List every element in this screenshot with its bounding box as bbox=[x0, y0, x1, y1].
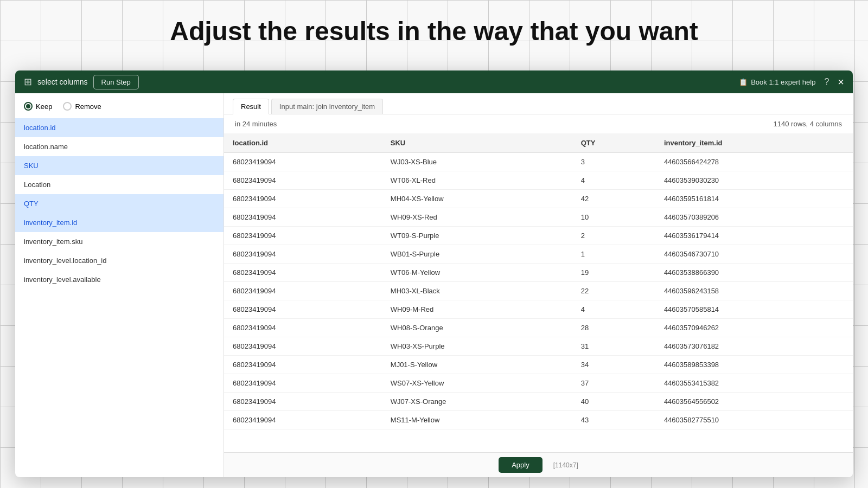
right-panel: ResultInput main: join inventory_item in… bbox=[224, 93, 853, 477]
table-cell-r10-c2: 31 bbox=[572, 337, 655, 356]
table-cell-r10-c0: 68023419094 bbox=[224, 337, 382, 356]
table-cell-r14-c3: 44603582775510 bbox=[655, 411, 853, 429]
table-cell-r13-c1: WJ07-XS-Orange bbox=[382, 393, 572, 411]
modal: ⊞ select columns Run Step 📋 Book 1:1 exp… bbox=[15, 70, 853, 477]
table-cell-r13-c3: 44603564556502 bbox=[655, 393, 853, 411]
table-row: 68023419094WH03-XS-Purple314460357307618… bbox=[224, 337, 853, 356]
table-row: 68023419094WJ07-XS-Orange404460356455650… bbox=[224, 393, 853, 411]
table-cell-r8-c3: 44603570585814 bbox=[655, 300, 853, 319]
table-cell-r7-c3: 44603596243158 bbox=[655, 282, 853, 300]
table-cell-r0-c0: 68023419094 bbox=[224, 153, 382, 171]
table-cell-r9-c0: 68023419094 bbox=[224, 319, 382, 337]
column-item-inventory_item-sku[interactable]: inventory_item.sku bbox=[15, 232, 224, 251]
table-cell-r11-c2: 34 bbox=[572, 356, 655, 374]
table-cell-r7-c0: 68023419094 bbox=[224, 282, 382, 300]
table-row: 68023419094WS07-XS-Yellow374460355341538… bbox=[224, 374, 853, 393]
table-cell-r1-c3: 44603539030230 bbox=[655, 171, 853, 190]
table-row: 68023419094WT09-S-Purple244603536179414 bbox=[224, 227, 853, 245]
table-cell-r9-c1: WH08-S-Orange bbox=[382, 319, 572, 337]
column-item-QTY[interactable]: QTY bbox=[15, 194, 224, 213]
table-cell-r6-c0: 68023419094 bbox=[224, 264, 382, 282]
tab-result[interactable]: Result bbox=[233, 99, 269, 114]
table-cell-r2-c2: 42 bbox=[572, 190, 655, 208]
table-cell-r4-c2: 2 bbox=[572, 227, 655, 245]
bottom-info: [1140x7] bbox=[553, 461, 578, 469]
table-cell-r9-c2: 28 bbox=[572, 319, 655, 337]
column-item-location-id[interactable]: location.id bbox=[15, 118, 224, 137]
col-header-location-id: location.id bbox=[224, 133, 382, 153]
table-row: 68023419094MH04-XS-Yellow424460359516181… bbox=[224, 190, 853, 208]
modal-header-right: 📋 Book 1:1 expert help ? × bbox=[739, 76, 844, 87]
table-row: 68023419094WH09-M-Red444603570585814 bbox=[224, 300, 853, 319]
table-cell-r11-c1: MJ01-S-Yellow bbox=[382, 356, 572, 374]
col-header-QTY: QTY bbox=[572, 133, 655, 153]
expert-help-link[interactable]: 📋 Book 1:1 expert help bbox=[739, 78, 815, 86]
column-item-inventory_level-available[interactable]: inventory_level.available bbox=[15, 270, 224, 289]
table-cell-r1-c2: 4 bbox=[572, 171, 655, 190]
result-count: 1140 rows, 4 columns bbox=[774, 120, 842, 128]
table-cell-r14-c0: 68023419094 bbox=[224, 411, 382, 429]
table-cell-r7-c2: 22 bbox=[572, 282, 655, 300]
modal-header-left: ⊞ select columns Run Step bbox=[24, 75, 139, 89]
table-cell-r1-c0: 68023419094 bbox=[224, 171, 382, 190]
col-header-SKU: SKU bbox=[382, 133, 572, 153]
table-cell-r4-c1: WT09-S-Purple bbox=[382, 227, 572, 245]
table-cell-r8-c1: WH09-M-Red bbox=[382, 300, 572, 319]
remove-radio[interactable]: Remove bbox=[63, 102, 101, 111]
table-cell-r2-c3: 44603595161814 bbox=[655, 190, 853, 208]
table-cell-r11-c3: 44603589853398 bbox=[655, 356, 853, 374]
table-cell-r5-c0: 68023419094 bbox=[224, 245, 382, 264]
apply-button[interactable]: Apply bbox=[499, 457, 542, 473]
table-row: 68023419094WT06-XL-Red444603539030230 bbox=[224, 171, 853, 190]
table-cell-r0-c2: 3 bbox=[572, 153, 655, 171]
table-cell-r13-c2: 40 bbox=[572, 393, 655, 411]
table-cell-r13-c0: 68023419094 bbox=[224, 393, 382, 411]
keep-radio[interactable]: Keep bbox=[24, 102, 52, 111]
help-icon[interactable]: ? bbox=[824, 77, 829, 87]
table-cell-r3-c0: 68023419094 bbox=[224, 208, 382, 227]
table-cell-r10-c3: 44603573076182 bbox=[655, 337, 853, 356]
table-cell-r4-c0: 68023419094 bbox=[224, 227, 382, 245]
modal-title: select columns bbox=[37, 78, 88, 86]
table-cell-r2-c0: 68023419094 bbox=[224, 190, 382, 208]
close-button[interactable]: × bbox=[838, 76, 844, 87]
table-cell-r5-c2: 1 bbox=[572, 245, 655, 264]
table-cell-r5-c1: WB01-S-Purple bbox=[382, 245, 572, 264]
tab-input[interactable]: Input main: join inventory_item bbox=[271, 99, 383, 114]
modal-header: ⊞ select columns Run Step 📋 Book 1:1 exp… bbox=[15, 70, 853, 93]
table-cell-r6-c1: WT06-M-Yellow bbox=[382, 264, 572, 282]
keep-radio-circle bbox=[24, 102, 33, 111]
table-cell-r14-c2: 43 bbox=[572, 411, 655, 429]
table-cell-r1-c1: WT06-XL-Red bbox=[382, 171, 572, 190]
table-row: 68023419094MH03-XL-Black2244603596243158 bbox=[224, 282, 853, 300]
table-row: 68023419094WH09-XS-Red1044603570389206 bbox=[224, 208, 853, 227]
result-time: in 24 minutes bbox=[235, 120, 277, 128]
table-cell-r12-c0: 68023419094 bbox=[224, 374, 382, 393]
column-item-inventory_item-id[interactable]: inventory_item.id bbox=[15, 213, 224, 232]
columns-icon: ⊞ bbox=[24, 76, 32, 88]
left-panel: Keep Remove location.idlocation.nameSKUL… bbox=[15, 93, 224, 477]
remove-radio-circle bbox=[63, 102, 72, 111]
page-title: Adjust the results in the way that you w… bbox=[0, 16, 868, 46]
table-cell-r14-c1: MS11-M-Yellow bbox=[382, 411, 572, 429]
data-table-container: location.idSKUQTYinventory_item.id 68023… bbox=[224, 133, 853, 452]
table-cell-r0-c3: 44603566424278 bbox=[655, 153, 853, 171]
table-cell-r9-c3: 44603570946262 bbox=[655, 319, 853, 337]
column-list: location.idlocation.nameSKULocationQTYin… bbox=[15, 118, 224, 289]
radio-group: Keep Remove bbox=[15, 102, 224, 118]
column-item-SKU[interactable]: SKU bbox=[15, 156, 224, 175]
table-cell-r12-c3: 44603553415382 bbox=[655, 374, 853, 393]
table-cell-r12-c2: 37 bbox=[572, 374, 655, 393]
col-header-inventory_item-id: inventory_item.id bbox=[655, 133, 853, 153]
column-item-inventory_level-location_id[interactable]: inventory_level.location_id bbox=[15, 251, 224, 270]
table-cell-r7-c1: MH03-XL-Black bbox=[382, 282, 572, 300]
bottom-bar: Apply [1140x7] bbox=[224, 452, 853, 477]
column-item-Location[interactable]: Location bbox=[15, 175, 224, 194]
column-item-location-name[interactable]: location.name bbox=[15, 137, 224, 156]
table-cell-r3-c3: 44603570389206 bbox=[655, 208, 853, 227]
run-step-button[interactable]: Run Step bbox=[93, 75, 139, 89]
table-row: 68023419094MJ01-S-Yellow3444603589853398 bbox=[224, 356, 853, 374]
table-cell-r2-c1: MH04-XS-Yellow bbox=[382, 190, 572, 208]
modal-body: Keep Remove location.idlocation.nameSKUL… bbox=[15, 93, 853, 477]
table-cell-r8-c0: 68023419094 bbox=[224, 300, 382, 319]
